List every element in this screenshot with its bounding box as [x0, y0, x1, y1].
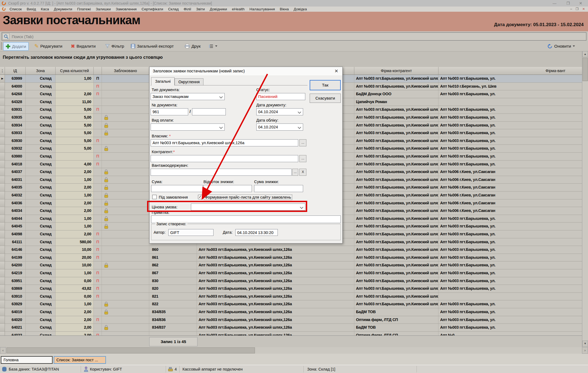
- table-row[interactable]: 63929Склад1,00822Апт №003 пгт.Барышевка,…: [0, 300, 588, 308]
- minimize-button[interactable]: —: [548, 0, 561, 7]
- menu-item[interactable]: Довідка: [291, 7, 309, 12]
- price-list-checkbox[interactable]: ✓: [198, 195, 202, 199]
- table-row[interactable]: 64020Склад2,00П834/836Апт №003 пгт.Барыш…: [0, 316, 588, 324]
- menu-item[interactable]: Філії: [181, 7, 194, 12]
- contractor-input[interactable]: [151, 155, 298, 162]
- view-list-button[interactable]: [207, 42, 220, 50]
- cell-id: 63933: [5, 129, 26, 137]
- discount-pct-input[interactable]: [203, 185, 252, 192]
- owner-input[interactable]: Апт №003 пгт.Барышевка, ул.Киевский шлях…: [151, 139, 298, 146]
- cell-sum: 2,00: [56, 90, 94, 98]
- scroll-left-icon[interactable]: ‹: [0, 347, 6, 354]
- column-header-zone[interactable]: Зона: [26, 67, 56, 75]
- discount-sum-input[interactable]: [254, 185, 303, 192]
- search-input[interactable]: [11, 33, 339, 40]
- contractor-browse-button[interactable]: ...: [299, 155, 306, 162]
- column-header-contractor[interactable]: Фірма-контрагент: [354, 67, 438, 75]
- under-order-label[interactable]: Під замовлення: [159, 195, 188, 199]
- refresh-button[interactable]: Оновити: [545, 42, 577, 50]
- menu-item[interactable]: Склад: [166, 7, 181, 12]
- toolbar-grip[interactable]: [1, 42, 2, 50]
- consignee-clear-button[interactable]: X: [299, 169, 306, 176]
- cell-flag: [94, 199, 102, 207]
- scroll-up-icon[interactable]: ▲: [582, 51, 588, 57]
- tab-home[interactable]: Головна: [1, 356, 53, 364]
- status-label: Статус:: [256, 88, 270, 92]
- dialog-tab-rounding[interactable]: Округлення: [175, 78, 203, 85]
- column-header-blocked[interactable]: Заблоковано: [102, 67, 149, 75]
- dialog-tab-general[interactable]: Загальні: [151, 77, 175, 85]
- cell-consignee: Апт №006 г.Киев, ул.Саксаган: [438, 199, 588, 207]
- menu-item[interactable]: Замовлення: [113, 7, 139, 12]
- menu-item[interactable]: Налаштування: [247, 7, 277, 12]
- doc-number-suffix-input[interactable]: [192, 108, 226, 115]
- column-header-id[interactable]: ІД: [5, 67, 26, 75]
- vertical-scrollbar[interactable]: ▲ ▼: [582, 51, 588, 347]
- horizontal-scrollbar[interactable]: ‹ ›: [0, 347, 588, 354]
- cell-sum: 5,00: [56, 145, 94, 153]
- cell-flag: П: [94, 246, 102, 254]
- column-header-consignee[interactable]: Фірма-вант: [438, 67, 588, 75]
- doc-date-combo[interactable]: 04.10.2024: [256, 108, 303, 115]
- table-row[interactable]: 63951Склад0,00П830Апт №003 пгт.Барышевка…: [0, 277, 588, 285]
- menu-item[interactable]: Сертифікати: [139, 7, 166, 12]
- price-list-label[interactable]: Формування прайс-листа для сайту замовле…: [204, 195, 292, 200]
- ok-button[interactable]: Так: [310, 80, 341, 90]
- column-header-flag[interactable]: [94, 67, 102, 75]
- cancel-button[interactable]: Скасувати: [310, 94, 341, 103]
- consignee-browse-button[interactable]: ...: [292, 169, 298, 176]
- grouping-drop-area[interactable]: Перетягніть заголовок колонки сюди для у…: [0, 51, 588, 67]
- sum-input[interactable]: [151, 185, 203, 192]
- menu-item[interactable]: Вікна: [277, 7, 291, 12]
- column-header-sum[interactable]: Сума кількостей: [56, 67, 94, 75]
- horizontal-scroll-thumb[interactable]: [7, 347, 255, 353]
- menu-item[interactable]: Каса: [38, 7, 51, 12]
- mdi-minimize-icon[interactable]: –: [568, 7, 574, 12]
- table-row[interactable]: 64021Склад2,00834/837Апт №003 пгт.Барыше…: [0, 324, 588, 332]
- mdi-restore-icon[interactable]: ❐: [574, 7, 580, 12]
- payment-type-combo[interactable]: [151, 124, 225, 131]
- export-button[interactable]: Загальний експорт: [129, 42, 176, 50]
- doc-number-input[interactable]: 961: [151, 108, 188, 115]
- tab-list-active[interactable]: Список: Заявки пост ...: [54, 356, 106, 364]
- add-button[interactable]: Додати: [3, 42, 29, 51]
- print-button[interactable]: Друк: [182, 42, 203, 50]
- menu-item[interactable]: Платежі: [75, 7, 93, 12]
- menu-item[interactable]: eHealth: [229, 7, 247, 12]
- close-button[interactable]: ✕: [574, 0, 587, 7]
- owner-label: Власник: *: [152, 134, 171, 138]
- cell-id: 64044: [5, 215, 26, 223]
- table-row[interactable]: 64199Склад20,00П861Апт №003 пгт.Барышевк…: [0, 254, 588, 262]
- vertical-scroll-thumb[interactable]: [583, 58, 588, 81]
- account-date-combo[interactable]: 04.10.2024: [256, 124, 303, 131]
- doc-type-combo[interactable]: Заказ поставщикам: [151, 93, 225, 100]
- filter-button[interactable]: Фільтр: [103, 42, 126, 50]
- menu-item[interactable]: Залишки: [93, 7, 113, 12]
- mdi-close-icon[interactable]: ✕: [581, 7, 586, 12]
- table-row[interactable]: 63910Склад0,00П821Апт №003 пгт.Барышевка…: [0, 293, 588, 301]
- dialog-close-icon[interactable]: ✕: [333, 68, 340, 75]
- table-row[interactable]: 64200Склад10,00862Апт №003 пгт.Барышевка…: [0, 261, 588, 269]
- table-row[interactable]: 63869Склад43,82П820Апт №003 пгт.Барышевк…: [0, 285, 588, 293]
- table-row[interactable]: 64022Склад2,00ПАпт №003 пгт.Барышевка, у…: [0, 332, 588, 335]
- table-row[interactable]: 64019Склад2,00834/835Апт №003 пгт.Барыше…: [0, 308, 588, 316]
- search-box[interactable]: [2, 32, 586, 41]
- consignee-input[interactable]: [151, 169, 292, 176]
- menu-item[interactable]: Список: [7, 7, 24, 12]
- owner-browse-button[interactable]: ...: [299, 139, 306, 146]
- cell-sum: 2,00: [56, 184, 94, 192]
- maximize-button[interactable]: ❐: [562, 0, 574, 7]
- table-row[interactable]: 64146Склад10,00П860Апт №003 пгт.Барышевк…: [0, 246, 588, 254]
- cell-zone: Склад: [26, 98, 56, 106]
- scroll-right-icon[interactable]: ›: [582, 347, 588, 354]
- under-order-checkbox[interactable]: [152, 195, 157, 199]
- edit-button[interactable]: ✎ Редагувати: [32, 42, 65, 50]
- delete-button[interactable]: ✖ Видалити: [69, 42, 98, 50]
- table-row[interactable]: 64219Склад1,00П867Апт №003 пгт.Барышевка…: [0, 269, 588, 277]
- consignee-label: Вантажоодержувач:: [152, 163, 188, 168]
- scroll-down-icon[interactable]: ▼: [582, 341, 588, 347]
- menu-item[interactable]: Звіти: [194, 7, 207, 12]
- menu-item[interactable]: Довідники: [207, 7, 229, 12]
- menu-item[interactable]: Документи: [51, 7, 75, 12]
- menu-item[interactable]: Вихід: [24, 7, 38, 12]
